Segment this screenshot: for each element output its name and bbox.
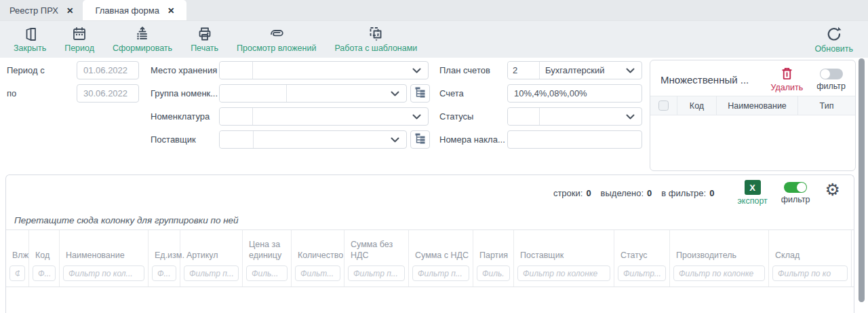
period-to-input[interactable]	[77, 84, 139, 103]
column-filter-input[interactable]	[152, 265, 176, 281]
toggle-off-switch[interactable]	[820, 69, 843, 79]
column-filter-input[interactable]	[184, 265, 239, 281]
column-title: Количество	[292, 250, 344, 265]
calendar-icon	[71, 26, 87, 42]
period-from-input[interactable]	[77, 61, 139, 79]
refresh-button[interactable]: Обновить	[814, 25, 853, 54]
statuses-code-input[interactable]	[508, 108, 540, 125]
period-to-label: по	[7, 88, 16, 98]
table-column: Наименование	[60, 230, 149, 287]
tab-glavnaya-forma[interactable]: Главная форма ✕	[83, 0, 186, 20]
column-filter-input[interactable]	[477, 265, 510, 281]
group-label: Группа номенк...	[151, 88, 218, 98]
button-label: Обновить	[814, 44, 853, 54]
column-title: Производитель	[670, 250, 768, 265]
nomenclature-combo[interactable]	[219, 107, 429, 126]
close-icon[interactable]: ✕	[167, 5, 174, 16]
column-filter-input[interactable]	[63, 265, 144, 281]
chevron-down-icon[interactable]	[623, 68, 642, 73]
chevron-down-icon[interactable]	[410, 68, 428, 73]
accounts-plan-combo[interactable]: Бухгалтерский	[507, 61, 642, 79]
column-title: Влж	[6, 250, 28, 265]
filter-panel: Период с по Место хранения Группа номенк…	[0, 58, 868, 174]
chevron-down-icon[interactable]	[388, 137, 406, 143]
templates-button[interactable]: Работа с шаблонами	[334, 26, 417, 53]
delete-button[interactable]: Удалить	[770, 67, 803, 92]
column-filter-input[interactable]	[33, 265, 56, 281]
button-label: Работа с шаблонами	[334, 43, 417, 53]
chevron-down-icon[interactable]	[388, 91, 406, 96]
column-filter-input[interactable]	[772, 265, 848, 281]
accounts-plan-label: План счетов	[439, 65, 490, 75]
tab-reestr-prh[interactable]: Реестр ПРХ ✕	[0, 0, 83, 20]
period-button[interactable]: Период	[64, 26, 94, 53]
paperclip-icon	[268, 26, 285, 42]
button-label: Сформировать	[113, 43, 172, 53]
grid-filter-toggle[interactable]: фильтр	[781, 182, 810, 204]
column-filter-input[interactable]	[618, 265, 666, 281]
nomenclature-label: Номенклатура	[151, 111, 210, 122]
column-filter-input[interactable]	[295, 265, 340, 281]
column-header: Тип	[798, 96, 855, 115]
group-by-dropzone[interactable]: Перетащите сюда колонку для группировки …	[6, 210, 854, 230]
storage-code-input[interactable]	[220, 62, 253, 79]
toggle-on-switch[interactable]	[784, 182, 807, 193]
storage-combo[interactable]	[219, 61, 429, 79]
button-label: Печать	[191, 43, 218, 53]
grid-stats: строки:0 выделено:0 в фильтре:0	[553, 188, 715, 198]
close-icon[interactable]: ✕	[66, 5, 73, 16]
printer-icon	[197, 26, 213, 42]
column-title: Наименование	[60, 250, 148, 265]
column-filter-input[interactable]	[9, 265, 25, 281]
print-button[interactable]: Печать	[191, 26, 218, 53]
column-title: Склад	[769, 250, 851, 265]
generate-button[interactable]: Сформировать	[113, 26, 172, 53]
multi-panel-header-row: Код Наименование Тип	[650, 96, 855, 115]
table-column: Сумма без НДС	[344, 230, 409, 287]
export-button[interactable]: X экспорт	[737, 180, 767, 206]
gear-icon[interactable]: ⚙	[825, 181, 840, 198]
column-filter-input[interactable]	[673, 265, 765, 281]
chevron-down-icon[interactable]	[410, 114, 428, 119]
table-column: Партия	[473, 230, 514, 287]
accounts-input[interactable]	[507, 84, 642, 103]
vertical-scrollbar[interactable]	[859, 58, 865, 302]
column-title: Сумма с НДС	[409, 250, 473, 265]
multi-panel-title: Множественный ...	[660, 74, 770, 86]
view-attachments-button[interactable]: Просмотр вложений	[237, 26, 316, 53]
group-combo[interactable]	[219, 84, 407, 103]
close-form-button[interactable]: Закрыть	[14, 26, 46, 53]
column-filter-input[interactable]	[517, 265, 610, 281]
invoice-numbers-input[interactable]	[507, 130, 642, 149]
column-filter-input[interactable]	[348, 265, 405, 281]
column-header: Код	[677, 96, 717, 115]
chevron-down-icon[interactable]	[623, 114, 642, 119]
select-all-checkbox[interactable]	[658, 100, 669, 111]
templates-icon	[368, 26, 384, 42]
accounts-plan-code-input[interactable]	[508, 62, 540, 79]
table-column: Поставщик	[514, 230, 614, 287]
table-column: Код	[29, 230, 60, 287]
supplier-label: Поставщик	[151, 134, 196, 145]
column-title: Поставщик	[514, 250, 614, 265]
button-label: Закрыть	[14, 43, 46, 53]
supplier-tree-button[interactable]	[410, 130, 430, 149]
button-label: Просмотр вложений	[237, 43, 316, 53]
supplier-code-input[interactable]	[220, 131, 254, 148]
multi-filter-toggle[interactable]: фильтр	[816, 69, 846, 91]
nomenclature-code-input[interactable]	[220, 108, 253, 125]
column-filter-input[interactable]	[412, 265, 469, 281]
statuses-combo[interactable]	[507, 107, 642, 126]
group-code-input[interactable]	[220, 85, 287, 102]
accounts-plan-value: Бухгалтерский	[540, 65, 623, 75]
group-tree-button[interactable]	[410, 84, 430, 103]
column-title: Цена за единицу	[243, 239, 291, 266]
table-column: Сумма с НДС	[409, 230, 473, 287]
filter-toggle-label: фильтр	[816, 81, 846, 91]
supplier-combo[interactable]	[219, 130, 407, 149]
group-hint-text: Перетащите сюда колонку для группировки …	[14, 215, 239, 225]
statuses-label: Статусы	[439, 111, 473, 122]
tab-bar: Реестр ПРХ ✕ Главная форма ✕	[0, 0, 868, 21]
column-filter-input[interactable]	[246, 265, 288, 281]
column-title: Статус	[614, 250, 669, 265]
